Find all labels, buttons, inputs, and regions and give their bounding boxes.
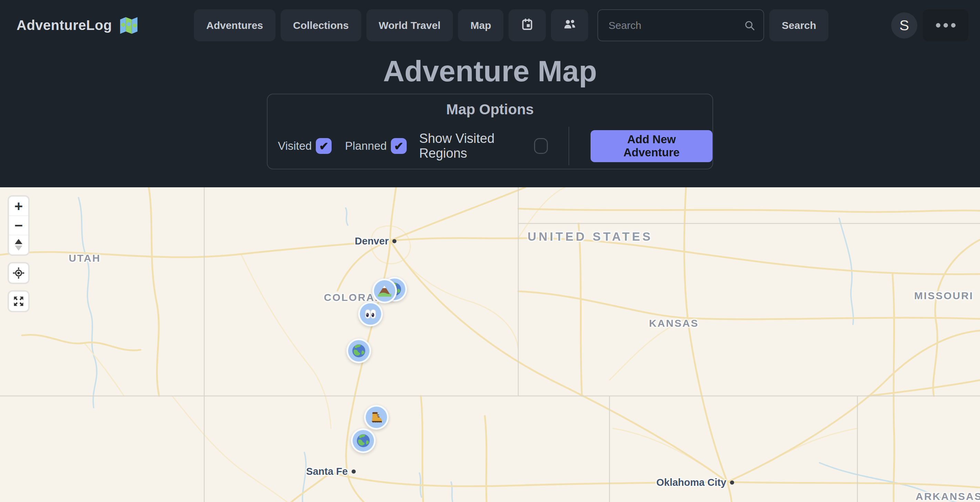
visited-toggle[interactable]: Visited ✔: [278, 138, 332, 154]
app-logo-text: AdventureLog: [16, 17, 112, 33]
map-label-oklahoma-city: Oklahoma City: [656, 477, 734, 488]
map-label-text: UNITED STATES: [528, 230, 653, 243]
geolocate-control: [8, 262, 30, 284]
map-label-denver: Denver: [355, 235, 396, 247]
geolocate-button[interactable]: [9, 264, 28, 283]
city-dot: [393, 239, 397, 243]
visited-label: Visited: [278, 140, 312, 153]
globe-emoji-icon: [355, 433, 371, 449]
check-icon: ✔: [319, 140, 329, 153]
map-label-arkansas: ARKANSAS: [916, 491, 980, 502]
map-marker-mountain-emoji[interactable]: [372, 278, 397, 303]
map-label-utah: UTAH: [68, 253, 100, 264]
nav-adventures-button[interactable]: Adventures: [194, 9, 275, 41]
geolocate-icon: [13, 267, 25, 279]
boot-emoji-icon: [368, 409, 384, 425]
map-label-text: Oklahoma City: [656, 477, 726, 488]
map-options-panel: Map Options Visited ✔ Planned ✔ Show Vis…: [267, 94, 713, 169]
nav-calendar-button[interactable]: [509, 9, 546, 41]
options-divider: [568, 127, 569, 165]
eyes-emoji-icon: [363, 306, 379, 322]
map-options-row: Visited ✔ Planned ✔ Show Visited Regions…: [267, 127, 713, 165]
app-header: AdventureLog Adventures Collections Worl…: [0, 0, 980, 51]
nav-map-button[interactable]: Map: [458, 9, 503, 41]
fullscreen-control: [8, 290, 30, 312]
globe-emoji-icon: [351, 343, 367, 359]
header-right-cluster: S: [891, 9, 968, 41]
map-marker-globe-emoji[interactable]: [347, 338, 371, 363]
map-label-text: KANSAS: [649, 318, 699, 329]
planned-toggle[interactable]: Planned ✔: [345, 138, 407, 154]
map-marker-globe-emoji[interactable]: [351, 428, 375, 453]
show-visited-regions-label: Show Visited Regions: [419, 131, 530, 161]
nav-users-button[interactable]: [551, 9, 588, 41]
main-nav: Adventures Collections World Travel Map: [194, 9, 829, 41]
nav-collections-button[interactable]: Collections: [281, 9, 361, 41]
avatar-initial: S: [899, 17, 909, 34]
map-canvas[interactable]: UNITED STATESUTAHCOLORADOKANSASMISSOURIA…: [0, 187, 980, 502]
show-visited-regions-checkbox[interactable]: [534, 138, 548, 154]
check-icon: ✔: [394, 140, 404, 153]
zoom-control-group: + −: [8, 195, 30, 256]
planned-label: Planned: [345, 140, 387, 153]
city-dot: [352, 469, 356, 473]
pitch-control-button[interactable]: [9, 235, 28, 254]
more-menu-button[interactable]: [923, 9, 968, 41]
map-marker-eyes-emoji[interactable]: [358, 302, 383, 326]
map-label-text: UTAH: [68, 253, 100, 264]
map-label-text: MISSOURI: [914, 290, 974, 301]
map-label-united-states: UNITED STATES: [528, 230, 653, 243]
page-title: Adventure Map: [0, 54, 980, 88]
map-marker-boot-emoji[interactable]: [364, 405, 389, 430]
map-controls: + −: [8, 195, 30, 312]
fullscreen-icon: [13, 295, 25, 307]
mountain-emoji-icon: [377, 283, 393, 299]
avatar[interactable]: S: [891, 13, 917, 38]
zoom-out-button[interactable]: −: [9, 216, 28, 235]
calendar-icon: [520, 17, 534, 33]
planned-checkbox[interactable]: ✔: [391, 138, 407, 154]
map-label-text: ARKANSAS: [916, 491, 980, 502]
nav-world-travel-button[interactable]: World Travel: [366, 9, 453, 41]
map-options-title: Map Options: [267, 101, 713, 118]
show-visited-regions-toggle[interactable]: Show Visited Regions: [419, 131, 548, 161]
map-label-missouri: MISSOURI: [914, 290, 974, 302]
map-label-kansas: KANSAS: [649, 318, 699, 329]
visited-checkbox[interactable]: ✔: [316, 138, 332, 154]
search-button[interactable]: Search: [769, 9, 829, 41]
app-logo[interactable]: AdventureLog: [16, 15, 140, 36]
search-input[interactable]: [597, 9, 764, 41]
map-label-text: Santa Fe: [306, 466, 348, 477]
world-map-icon: [118, 15, 140, 36]
basemap-layer: [0, 187, 980, 502]
map-label-text: Denver: [355, 235, 388, 247]
pitch-icon: [15, 239, 22, 251]
fullscreen-button[interactable]: [9, 292, 28, 311]
add-new-adventure-button[interactable]: Add New Adventure: [590, 130, 713, 162]
city-dot: [730, 480, 734, 485]
map-label-santa-fe: Santa Fe: [306, 466, 356, 477]
ellipsis-icon: [936, 23, 956, 27]
search-field-wrap: [597, 9, 764, 41]
users-icon: [563, 17, 576, 33]
zoom-in-button[interactable]: +: [9, 197, 28, 216]
